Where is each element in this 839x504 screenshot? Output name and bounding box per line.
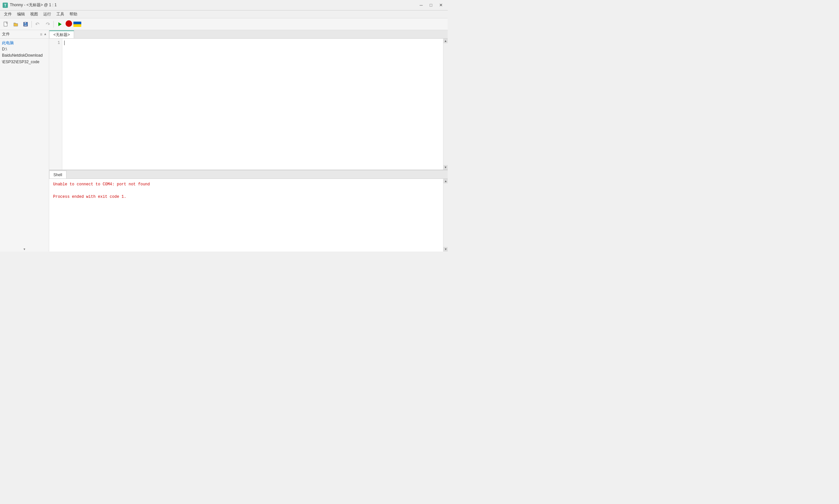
- menu-edit[interactable]: 编辑: [14, 11, 28, 18]
- open-file-button[interactable]: [11, 20, 20, 29]
- flag-blue: [73, 22, 81, 24]
- main-layout: 文件 ≡ ▲ 此电脑 D:\ BaiduNetdiskDownload \ESP…: [0, 30, 448, 252]
- shell-message-1: Unable to connect to COM4: port not foun…: [53, 181, 439, 188]
- svg-marker-5: [58, 22, 62, 26]
- shell-body: Unable to connect to COM4: port not foun…: [49, 179, 448, 252]
- toolbar-separator-2: [53, 21, 54, 28]
- menu-view[interactable]: 视图: [28, 11, 41, 18]
- toolbar-separator-1: [32, 21, 32, 28]
- new-file-button[interactable]: [1, 20, 11, 29]
- shell-scroll-track: [443, 183, 448, 247]
- menu-tools[interactable]: 工具: [54, 11, 67, 18]
- scroll-down-arrow[interactable]: ▼: [443, 165, 448, 169]
- sidebar-item-drive: D:\: [2, 46, 47, 52]
- close-button[interactable]: ✕: [437, 2, 445, 9]
- sidebar-scroll-down[interactable]: ▼: [0, 247, 49, 252]
- flag-yellow: [73, 24, 81, 27]
- svg-rect-0: [4, 22, 7, 26]
- app-icon: T: [3, 3, 8, 8]
- stop-button[interactable]: [66, 20, 72, 27]
- sidebar-scroll-up-icon[interactable]: ▲: [43, 32, 47, 37]
- sidebar-header-icons: ≡ ▲: [40, 32, 47, 37]
- svg-rect-4: [24, 24, 27, 26]
- redo-button[interactable]: [43, 20, 52, 29]
- scroll-up-arrow[interactable]: ▲: [443, 39, 448, 43]
- editor-tab-bar: <无标题>: [49, 30, 448, 39]
- text-cursor: [64, 41, 65, 45]
- shell-scrollbar[interactable]: ▲ ▼: [443, 179, 448, 252]
- shell-panel: Shell Unable to connect to COM4: port no…: [49, 169, 448, 252]
- code-content[interactable]: [62, 39, 443, 169]
- scroll-track: [443, 43, 448, 165]
- sidebar-item-folder1: BaiduNetdiskDownload: [2, 52, 47, 59]
- window-title: Thonny - <无标题> @ 1 : 1: [10, 2, 57, 8]
- sidebar-content: 此电脑 D:\ BaiduNetdiskDownload \ESP32\ESP3…: [0, 39, 49, 247]
- shell-tab-bar: Shell: [49, 170, 448, 179]
- editor-tab-untitled[interactable]: <无标题>: [49, 31, 74, 38]
- sidebar-item-computer[interactable]: 此电脑: [2, 40, 47, 46]
- stop-button-container: [66, 20, 72, 28]
- toolbar: [0, 18, 448, 30]
- shell-scroll-up[interactable]: ▲: [443, 179, 448, 183]
- window-controls: ─ □ ✕: [417, 2, 445, 9]
- sidebar-item-folder2: \ESP32\ESP32_code: [2, 59, 47, 65]
- undo-button[interactable]: [33, 20, 42, 29]
- flag-display: [73, 22, 81, 27]
- shell-content[interactable]: Unable to connect to COM4: port not foun…: [49, 179, 443, 252]
- editor-scrollbar[interactable]: ▲ ▼: [443, 39, 448, 169]
- menu-run[interactable]: 运行: [41, 11, 54, 18]
- shell-message-2: Process ended with exit code 1.: [53, 194, 439, 200]
- sidebar-header: 文件 ≡ ▲: [0, 30, 49, 39]
- title-bar: T Thonny - <无标题> @ 1 : 1 ─ □ ✕: [0, 0, 448, 11]
- editor-shell-container: 1 ▲ ▼ Shell Unable to connect to COM4: p…: [49, 39, 448, 252]
- line-numbers: 1: [49, 39, 62, 169]
- shell-scroll-down[interactable]: ▼: [443, 247, 448, 252]
- editor-area: <无标题> 1 ▲ ▼ Shell: [49, 30, 448, 252]
- line-number-1: 1: [49, 40, 62, 46]
- menu-help[interactable]: 帮助: [67, 11, 80, 18]
- sidebar: 文件 ≡ ▲ 此电脑 D:\ BaiduNetdiskDownload \ESP…: [0, 30, 49, 252]
- maximize-button[interactable]: □: [427, 2, 435, 9]
- save-file-button[interactable]: [21, 20, 30, 29]
- shell-tab[interactable]: Shell: [49, 170, 67, 179]
- sidebar-menu-icon[interactable]: ≡: [40, 32, 42, 37]
- ukraine-flag-icon: [73, 21, 82, 28]
- code-editor: 1 ▲ ▼: [49, 39, 448, 169]
- minimize-button[interactable]: ─: [417, 2, 425, 9]
- title-bar-left: T Thonny - <无标题> @ 1 : 1: [3, 2, 57, 8]
- menu-bar: 文件 编辑 视图 运行 工具 帮助: [0, 11, 448, 18]
- svg-rect-3: [24, 22, 26, 23]
- run-button[interactable]: [55, 20, 64, 29]
- menu-file[interactable]: 文件: [1, 11, 14, 18]
- sidebar-title: 文件: [2, 32, 10, 37]
